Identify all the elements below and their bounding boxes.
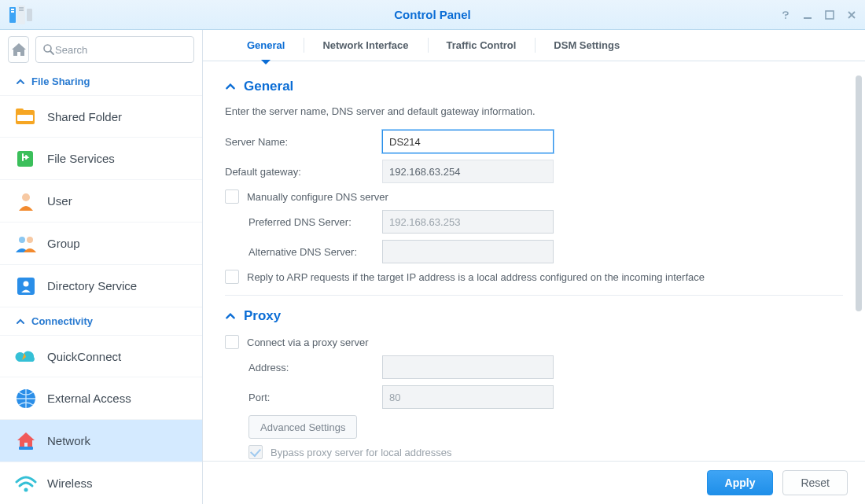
chevron-up-icon <box>225 81 236 92</box>
reset-label: Reset <box>801 476 830 489</box>
svg-rect-6 <box>27 9 32 21</box>
tab-label: Network Interface <box>322 39 408 51</box>
network-icon <box>14 429 38 453</box>
alt-dns-label: Alternative DNS Server: <box>248 246 382 258</box>
arp-label: Reply to ARP requests if the target IP a… <box>247 271 705 283</box>
svg-rect-4 <box>19 7 24 9</box>
sidebar-item-shared-folder[interactable]: Shared Folder <box>0 95 202 138</box>
group-general-header[interactable]: General <box>225 79 843 94</box>
bypass-proxy-label: Bypass proxy server for local addresses <box>271 447 451 458</box>
manual-dns-checkbox[interactable] <box>225 189 239 204</box>
sidebar-item-label: Shared Folder <box>47 110 122 123</box>
sidebar-item-network[interactable]: Network <box>0 420 202 462</box>
proxy-connect-checkbox[interactable] <box>225 335 239 349</box>
help-icon[interactable] <box>780 9 791 20</box>
apply-label: Apply <box>725 476 756 489</box>
svg-point-15 <box>22 193 30 201</box>
search-input[interactable] <box>55 44 187 56</box>
wifi-icon <box>14 472 38 495</box>
section-file-sharing[interactable]: File Sharing <box>0 68 202 95</box>
tabs: General Network Interface Traffic Contro… <box>203 30 865 61</box>
sidebar-item-user[interactable]: User <box>0 180 202 223</box>
sidebar-item-label: External Access <box>47 392 131 405</box>
section-label: Connectivity <box>31 315 93 327</box>
proxy-port-label: Port: <box>248 392 382 403</box>
tab-network-interface[interactable]: Network Interface <box>304 30 427 61</box>
tab-general[interactable]: General <box>228 30 304 61</box>
chevron-up-icon <box>225 311 236 322</box>
sidebar-item-label: Directory Service <box>47 279 137 292</box>
maximize-icon[interactable] <box>824 9 835 20</box>
proxy-connect-label: Connect via a proxy server <box>247 337 369 348</box>
svg-rect-5 <box>19 9 24 11</box>
sidebar-item-wireless[interactable]: Wireless <box>0 462 202 504</box>
svg-rect-9 <box>826 11 834 19</box>
alt-dns-input <box>382 240 554 263</box>
proxy-address-label: Address: <box>248 362 382 373</box>
sidebar: File Sharing Shared Folder File Services… <box>0 30 203 504</box>
server-name-input[interactable] <box>382 130 554 153</box>
sidebar-item-external-access[interactable]: External Access <box>0 377 202 420</box>
tab-dsm-settings[interactable]: DSM Settings <box>535 30 639 61</box>
group-proxy-header[interactable]: Proxy <box>225 308 843 324</box>
tab-traffic-control[interactable]: Traffic Control <box>428 30 536 61</box>
server-name-label: Server Name: <box>225 136 382 148</box>
globe-icon <box>14 387 38 410</box>
group-title: General <box>244 79 293 94</box>
tab-label: Traffic Control <box>447 39 517 51</box>
sidebar-item-directory-service[interactable]: Directory Service <box>0 265 202 307</box>
directory-icon <box>14 274 38 298</box>
arp-checkbox[interactable] <box>225 270 239 284</box>
svg-rect-1 <box>11 9 14 10</box>
window-title: Control Panel <box>0 8 865 21</box>
section-connectivity[interactable]: Connectivity <box>0 307 202 335</box>
footer: Apply Reset <box>203 461 865 504</box>
divider <box>225 295 843 296</box>
chevron-up-icon <box>16 77 25 86</box>
sidebar-item-quickconnect[interactable]: QuickConnect <box>0 335 202 377</box>
reset-button[interactable]: Reset <box>782 470 848 495</box>
chevron-up-icon <box>16 317 25 326</box>
proxy-port-input <box>382 385 554 409</box>
sidebar-item-group[interactable]: Group <box>0 223 202 265</box>
svg-point-19 <box>24 281 29 286</box>
search-box[interactable] <box>35 36 194 63</box>
svg-point-22 <box>24 487 28 491</box>
titlebar: Control Panel <box>0 0 865 30</box>
advanced-settings-label: Advanced Settings <box>260 421 345 433</box>
close-icon[interactable] <box>846 9 857 20</box>
preferred-dns-input <box>382 210 554 234</box>
search-icon <box>42 43 55 56</box>
tab-label: DSM Settings <box>554 39 620 51</box>
svg-rect-8 <box>804 17 812 19</box>
sidebar-item-label: Group <box>47 237 80 250</box>
bypass-proxy-checkbox <box>248 445 263 459</box>
content: General Enter the server name, DNS serve… <box>203 61 865 461</box>
tab-label: General <box>247 39 285 51</box>
sidebar-item-label: Network <box>47 434 90 447</box>
app-icon <box>9 6 33 24</box>
main: General Network Interface Traffic Contro… <box>203 30 865 504</box>
preferred-dns-label: Preferred DNS Server: <box>248 216 382 228</box>
minimize-icon[interactable] <box>802 9 813 20</box>
group-icon <box>14 232 38 256</box>
advanced-settings-button: Advanced Settings <box>248 415 357 439</box>
default-gateway-input[interactable] <box>382 160 554 183</box>
home-button[interactable] <box>8 36 29 63</box>
svg-point-16 <box>19 237 25 243</box>
file-services-icon <box>14 147 38 171</box>
svg-rect-21 <box>19 447 33 450</box>
default-gateway-label: Default gateway: <box>225 166 382 178</box>
manual-dns-label: Manually configure DNS server <box>247 191 388 203</box>
sidebar-item-file-services[interactable]: File Services <box>0 138 202 180</box>
home-icon <box>10 42 28 57</box>
general-description: Enter the server name, DNS server and de… <box>225 105 843 117</box>
proxy-address-input <box>382 355 554 379</box>
svg-rect-2 <box>11 11 14 13</box>
svg-rect-13 <box>17 115 33 121</box>
sidebar-item-label: QuickConnect <box>47 350 121 363</box>
scrollbar[interactable] <box>856 75 862 311</box>
sidebar-item-label: User <box>47 194 72 208</box>
apply-button[interactable]: Apply <box>707 470 774 495</box>
svg-point-7 <box>785 17 786 19</box>
